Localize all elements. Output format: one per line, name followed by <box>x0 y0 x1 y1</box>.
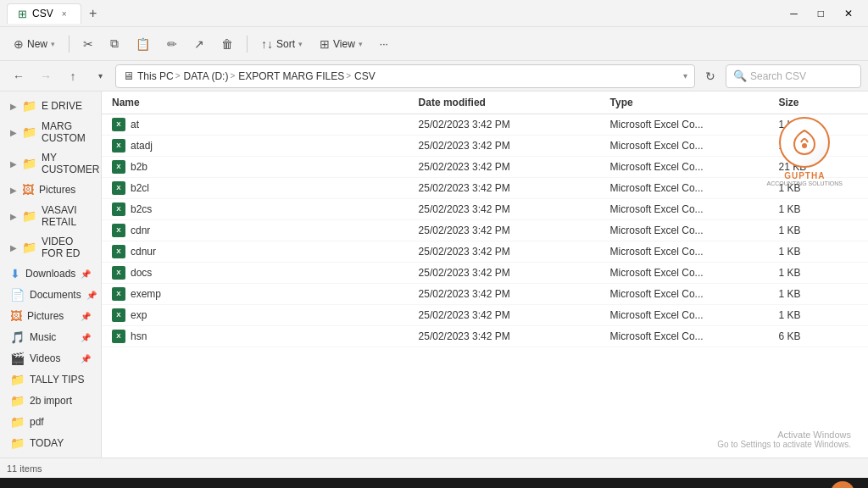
sidebar-item-2b-import[interactable]: 📁 2b import <box>3 391 97 411</box>
share-icon: ↗ <box>194 37 204 51</box>
table-row[interactable]: X docs 25/02/2023 3:42 PM Microsoft Exce… <box>102 263 868 284</box>
col-date[interactable]: Date modified <box>409 92 600 114</box>
cell-type: Microsoft Excel Co... <box>600 220 769 241</box>
address-segment-data: DATA (D:) > <box>184 70 236 82</box>
address-bar-row: ← → ↑ ▾ 🖥 This PC > DATA (D:) > EXPORT M… <box>0 61 868 92</box>
forward-button[interactable]: → <box>34 64 58 88</box>
file-name: b2cl <box>131 182 149 194</box>
cell-name: X atadj <box>102 136 409 157</box>
file-name: cdnur <box>131 246 156 258</box>
expand-nav-button[interactable]: ▾ <box>88 64 112 88</box>
sidebar-item-pdf[interactable]: 📁 pdf <box>3 412 97 432</box>
sidebar-item-video[interactable]: ▶ 📁 VIDEO FOR ED <box>3 232 97 263</box>
table-row[interactable]: X hsn 25/02/2023 3:42 PM Microsoft Excel… <box>102 326 868 347</box>
pc-icon: 🖥 <box>123 69 134 82</box>
cut-icon: ✂ <box>83 37 93 51</box>
excel-file-icon: X <box>112 181 125 195</box>
table-row[interactable]: X atadj 25/02/2023 3:42 PM Microsoft Exc… <box>102 136 868 157</box>
table-row[interactable]: X exemp 25/02/2023 3:42 PM Microsoft Exc… <box>102 284 868 305</box>
cell-date: 25/02/2023 3:42 PM <box>409 199 600 220</box>
sidebar-item-pictures[interactable]: ▶ 🖼 Pictures <box>3 180 97 200</box>
table-row[interactable]: X cdnr 25/02/2023 3:42 PM Microsoft Exce… <box>102 220 868 241</box>
view-icon: ⊞ <box>320 37 330 51</box>
sidebar-item-pictures2[interactable]: 🖼 Pictures 📌 <box>3 306 97 326</box>
table-row[interactable]: X cdnur 25/02/2023 3:42 PM Microsoft Exc… <box>102 241 868 263</box>
sidebar-label-documents: Documents <box>30 289 81 301</box>
cell-date: 25/02/2023 3:42 PM <box>409 157 600 178</box>
sidebar-item-documents[interactable]: 📄 Documents 📌 <box>3 285 97 305</box>
pin-icon-videos: 📌 <box>81 354 91 363</box>
cell-date: 25/02/2023 3:42 PM <box>409 114 600 136</box>
pin-icon-music: 📌 <box>81 333 91 342</box>
excel-file-icon: X <box>112 287 125 301</box>
cut-button[interactable]: ✂ <box>76 30 100 58</box>
table-row[interactable]: X b2cl 25/02/2023 3:42 PM Microsoft Exce… <box>102 178 868 199</box>
sidebar-item-videos[interactable]: 🎬 Videos 📌 <box>3 348 97 369</box>
folder-icon-tally: 📁 <box>10 373 25 386</box>
file-table: Name Date modified Type Size X at 25/02/… <box>102 92 868 347</box>
search-placeholder: Search CSV <box>750 70 806 82</box>
address-segment-export: EXPORT MARG FILES > <box>238 70 351 82</box>
csv-tab[interactable]: ⊞ CSV × <box>7 3 81 24</box>
sidebar-label-e-drive: E DRIVE <box>42 100 82 112</box>
cell-size: 1 KB <box>768 199 868 220</box>
folder-icon-2b: 📁 <box>10 394 25 408</box>
sidebar-label-pictures2: Pictures <box>27 310 64 322</box>
logo-name: GUPTHA <box>767 171 843 180</box>
sidebar-item-downloads[interactable]: ⬇ Downloads 📌 <box>3 263 97 284</box>
paste-button[interactable]: 📋 <box>129 30 157 58</box>
new-tab-button[interactable]: + <box>81 2 105 25</box>
address-dropdown-icon: ▾ <box>683 71 687 80</box>
file-name: hsn <box>131 330 147 342</box>
folder-icon-video: 📁 <box>22 241 36 254</box>
table-row[interactable]: X at 25/02/2023 3:42 PM Microsoft Excel … <box>102 114 868 136</box>
share-button[interactable]: ↗ <box>187 30 211 58</box>
refresh-button[interactable]: ↻ <box>698 64 722 88</box>
sidebar-label-videos: Videos <box>30 352 60 364</box>
sidebar-item-vasavi[interactable]: ▶ 📁 VASAVI RETAIL <box>3 201 97 231</box>
cell-date: 25/02/2023 3:42 PM <box>409 305 600 326</box>
folder-icon-downloads: ⬇ <box>10 267 20 280</box>
new-button[interactable]: ⊕ New ▾ <box>7 30 62 58</box>
delete-icon: 🗑 <box>221 37 233 51</box>
folder-icon-e-drive: 📁 <box>22 99 36 113</box>
sidebar-item-music[interactable]: 🎵 Music 📌 <box>3 327 97 347</box>
view-button[interactable]: ⊞ View ▾ <box>313 30 370 58</box>
maximize-button[interactable]: □ <box>810 8 832 19</box>
up-button[interactable]: ↑ <box>61 64 85 88</box>
sort-button[interactable]: ↑↓ Sort ▾ <box>254 30 309 58</box>
col-size[interactable]: Size <box>768 92 868 114</box>
cell-type: Microsoft Excel Co... <box>600 136 769 157</box>
sidebar-item-e-drive[interactable]: ▶ 📁 E DRIVE <box>3 96 97 116</box>
pin-icon-documents: 📌 <box>86 291 97 300</box>
search-bar[interactable]: 🔍 Search CSV <box>726 64 861 88</box>
col-name[interactable]: Name <box>102 92 409 114</box>
expand-arrow-vasavi: ▶ <box>10 212 17 221</box>
copy-button[interactable]: ⧉ <box>103 30 125 58</box>
view-chevron-icon: ▾ <box>359 40 363 48</box>
cell-type: Microsoft Excel Co... <box>600 284 769 305</box>
cell-size: 1 KB <box>768 305 868 326</box>
sidebar-item-marg-custom[interactable]: ▶ 📁 MARG CUSTOM <box>3 117 97 147</box>
table-row[interactable]: X b2b 25/02/2023 3:42 PM Microsoft Excel… <box>102 157 868 178</box>
logo-circle <box>779 117 830 168</box>
sidebar-item-today[interactable]: 📁 TODAY <box>3 433 97 453</box>
delete-button[interactable]: 🗑 <box>214 30 240 58</box>
table-row[interactable]: X exp 25/02/2023 3:42 PM Microsoft Excel… <box>102 305 868 326</box>
table-row[interactable]: X b2cs 25/02/2023 3:42 PM Microsoft Exce… <box>102 199 868 220</box>
cell-type: Microsoft Excel Co... <box>600 114 769 136</box>
col-type[interactable]: Type <box>600 92 769 114</box>
sidebar-item-tally-tips[interactable]: 📁 TALLY TIPS <box>3 369 97 390</box>
tab-close-button[interactable]: × <box>58 8 70 19</box>
cell-size: 1 KB <box>768 241 868 263</box>
close-window-button[interactable]: ✕ <box>836 8 861 19</box>
address-bar[interactable]: 🖥 This PC > DATA (D:) > EXPORT MARG FILE… <box>115 64 695 88</box>
cell-name: X docs <box>102 263 409 284</box>
minimize-button[interactable]: ─ <box>782 8 806 19</box>
address-chevron-1: > <box>175 71 181 80</box>
more-button[interactable]: ··· <box>373 30 395 58</box>
back-button[interactable]: ← <box>7 64 31 88</box>
sidebar-item-my-customer[interactable]: ▶ 📁 MY CUSTOMER <box>3 148 97 179</box>
address-thispc-label: This PC <box>137 70 174 82</box>
rename-button[interactable]: ✏ <box>160 30 184 58</box>
